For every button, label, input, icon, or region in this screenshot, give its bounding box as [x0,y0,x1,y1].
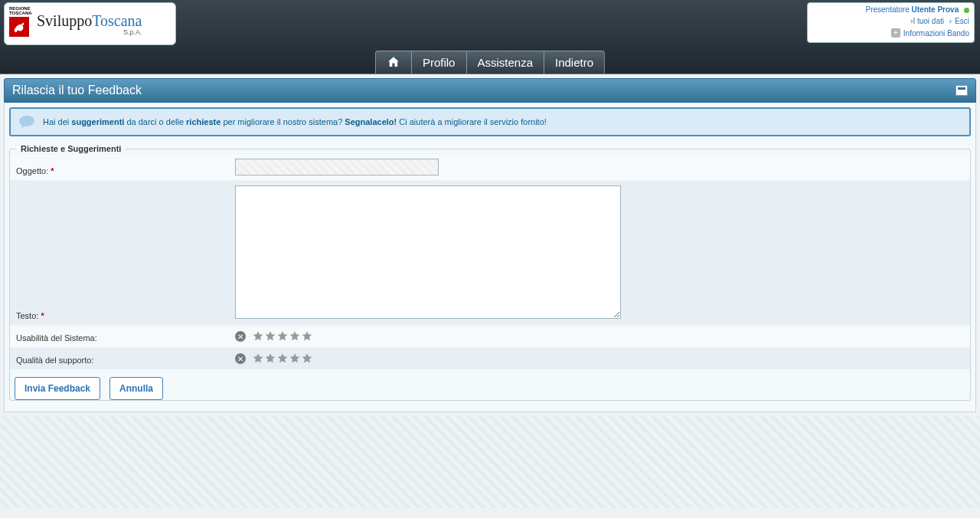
link-informazioni-bando[interactable]: Informazioni Bando [903,29,969,38]
content: Rilascia il tuo Feedback Hai dei suggeri… [0,74,980,416]
rating-usabilita: ✕ [235,330,964,343]
online-status-icon [964,8,969,13]
testo-textarea[interactable] [235,185,621,319]
star-icon[interactable] [289,352,301,365]
star-icon[interactable] [264,330,276,343]
oggetto-input[interactable] [235,159,439,175]
row-oggetto: Oggetto: * [10,154,970,181]
logo-brand-b: Toscana [92,12,142,29]
label-qualita: Qualità del supporto: [10,348,229,370]
label-testo: Testo: * [10,181,229,326]
logo-brand-a: Sviluppo [37,12,92,29]
username: Utente Prova [912,5,959,14]
main-nav: Profilo Assistenza Indietro [375,51,605,74]
topbar: REGIONE TOSCANA SviluppoToscana S.p.A. P… [0,0,980,74]
collapse-icon[interactable] [956,85,968,96]
row-usabilita: Usabilità del Sistema: ✕ [10,326,970,348]
submit-button[interactable]: Invia Feedback [15,377,100,400]
label-usabilita: Usabilità del Sistema: [10,326,229,348]
required-icon: * [41,311,44,320]
nav-assistenza[interactable]: Assistenza [466,51,544,74]
star-icon[interactable] [289,330,301,343]
row-qualita: Qualità del supporto: ✕ [10,348,970,370]
info-bar: Hai dei suggerimenti da darci o delle ri… [9,107,971,136]
row-testo: Testo: * [10,181,970,326]
panel-header: Rilascia il tuo Feedback [4,78,976,103]
rating-qualita: ✕ [235,352,964,365]
link-arrow-icon: › [949,17,952,25]
user-box: Presentatore Utente Prova ›I tuoi dati ›… [807,2,975,43]
rating-reset-icon[interactable]: ✕ [235,353,246,364]
cancel-button[interactable]: Annulla [109,377,163,400]
userbox-info-bando: + Informazioni Bando [812,28,969,38]
info-text: Hai dei suggerimenti da darci o delle ri… [43,117,547,126]
button-row: Invia Feedback Annulla [10,369,970,400]
nav-profilo[interactable]: Profilo [412,51,467,74]
star-icon[interactable] [252,352,264,365]
panel-title: Rilascia il tuo Feedback [12,84,142,97]
link-tuoi-dati[interactable]: I tuoi dati [913,17,944,25]
nav-indietro[interactable]: Indietro [544,51,604,74]
form-table: Oggetto: * Testo: * Usabilità del Sistem… [10,153,970,369]
presentatore-label: Presentatore [865,5,911,14]
panel-body: Hai dei suggerimenti da darci o delle ri… [4,103,976,412]
logo-pegasus-icon [9,17,29,37]
label-oggetto: Oggetto: * [10,154,229,181]
logo-region-flag: REGIONE TOSCANA [9,6,32,41]
speech-bubble-icon [18,115,35,129]
star-icon[interactable] [301,352,313,365]
logo-region-line2: TOSCANA [9,11,32,15]
rating-reset-icon[interactable]: ✕ [235,331,246,342]
star-icon[interactable] [264,352,276,365]
star-icon[interactable] [276,330,289,343]
feedback-fieldset: Richieste e Suggerimenti Oggetto: * Test… [9,144,971,401]
rating-stars [252,352,313,365]
userbox-row-presenter: Presentatore Utente Prova [812,5,969,14]
star-icon[interactable] [276,352,289,365]
required-icon: * [51,166,54,175]
star-icon[interactable] [252,330,264,343]
link-esci[interactable]: Esci [955,17,969,25]
logo-text: SviluppoToscana S.p.A. [37,12,142,36]
nav-home[interactable] [376,51,412,74]
userbox-links: ›I tuoi dati ›Esci [812,17,969,25]
fieldset-legend: Richieste e Suggerimenti [16,144,126,153]
rating-stars [252,330,313,343]
home-icon [387,55,400,69]
star-icon[interactable] [301,330,313,343]
plus-icon: + [891,28,900,38]
page-background-stripes [0,416,980,508]
logo: REGIONE TOSCANA SviluppoToscana S.p.A. [4,2,176,45]
